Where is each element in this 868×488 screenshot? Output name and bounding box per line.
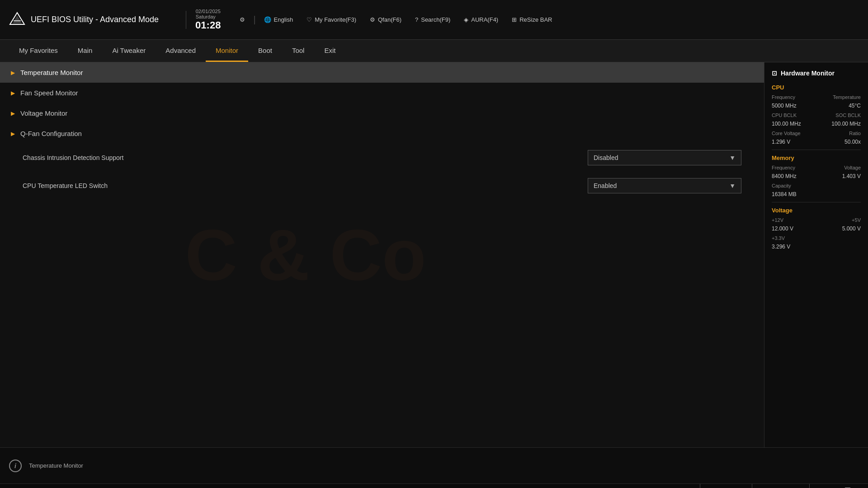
- globe-icon: 🌐: [264, 16, 271, 23]
- asus-logo: [9, 12, 25, 28]
- chassis-intrusion-label: Chassis Intrusion Detection Support: [23, 154, 588, 161]
- cpu-temp-led-dropdown[interactable]: Enabled ▼: [588, 178, 741, 193]
- toolbar-my-favorite[interactable]: ♡ My Favorite(F3): [301, 14, 362, 26]
- cpu-section-title: CPU: [772, 84, 861, 91]
- cpu-freq-val-row: 5000 MHz 45°C: [772, 103, 861, 109]
- cpu-temp-led-label: CPU Temperature LED Switch: [23, 182, 588, 189]
- mem-freq-val-row: 8400 MHz 1.403 V: [772, 173, 861, 179]
- chassis-intrusion-dropdown[interactable]: Disabled ▼: [588, 150, 741, 165]
- dropdown-arrow-2: ▼: [729, 182, 736, 189]
- mem-volt-label: Voltage: [844, 165, 861, 170]
- date-display: 02/01/2025Saturday: [196, 9, 221, 19]
- mem-cap-row: Capacity: [772, 183, 861, 188]
- menu-voltage-monitor[interactable]: ▶ Voltage Monitor: [0, 103, 764, 123]
- header: UEFI BIOS Utility - Advanced Mode 02/01/…: [0, 0, 868, 40]
- settings-icon: ⚙: [240, 16, 245, 23]
- toolbar-aura[interactable]: ◈ AURA(F4): [458, 14, 504, 26]
- voltage-section-title: Voltage: [772, 207, 861, 214]
- cpu-volt-val-row: 1.296 V 50.00x: [772, 139, 861, 145]
- cpu-bclk-val: 100.00 MHz: [772, 121, 801, 127]
- toolbar-sep-1: |: [253, 14, 255, 25]
- menu-qfan-configuration[interactable]: ▶ Q-Fan Configuration: [0, 123, 764, 144]
- memory-section-title: Memory: [772, 155, 861, 161]
- toolbar-settings[interactable]: ⚙: [234, 14, 250, 26]
- toolbar: ⚙ | 🌐 English ♡ My Favorite(F3) ⚙ Qfan(F…: [234, 14, 859, 26]
- svg-marker-1: [13, 15, 22, 23]
- footer-buttons: Q-Dashboard(Insert) Last Modified EzMode…: [0, 484, 868, 488]
- volt-12-row: +12V +5V: [772, 217, 861, 223]
- core-volt-label: Core Voltage: [772, 131, 801, 136]
- menu-temperature-monitor[interactable]: ▶ Temperature Monitor: [0, 62, 764, 83]
- nav-main[interactable]: Main: [68, 40, 103, 62]
- volt-12-val-row: 12.000 V 5.000 V: [772, 225, 861, 232]
- setting-row-cpu-led: CPU Temperature LED Switch Enabled ▼: [0, 172, 764, 200]
- info-icon: i: [9, 460, 22, 472]
- qfan-icon: ⚙: [370, 16, 375, 23]
- arrow-icon-4: ▶: [11, 131, 15, 137]
- mem-cap-val: 16384 MB: [772, 191, 797, 197]
- datetime: 02/01/2025Saturday 01:28: [195, 9, 221, 31]
- volt-33-val-row: 3.296 V: [772, 244, 861, 250]
- dropdown-arrow-1: ▼: [729, 154, 736, 161]
- nav-bar: My Favorites Main Ai Tweaker Advanced Mo…: [0, 40, 868, 62]
- toolbar-english[interactable]: 🌐 English: [259, 14, 299, 26]
- ratio-val: 50.00x: [844, 139, 861, 145]
- mem-cap-val-row: 16384 MB: [772, 191, 861, 197]
- nav-advanced[interactable]: Advanced: [156, 40, 206, 62]
- ratio-label: Ratio: [849, 131, 861, 136]
- nav-boot[interactable]: Boot: [248, 40, 282, 62]
- content-area: C & Co ▶ Temperature Monitor ▶ Fan Speed…: [0, 62, 764, 447]
- arrow-icon-3: ▶: [11, 110, 15, 117]
- watermark: C & Co: [185, 213, 426, 296]
- panel-title: ⊡ Hardware Monitor: [772, 70, 861, 77]
- info-text: Temperature Monitor: [29, 462, 83, 469]
- setting-row-chassis: Chassis Intrusion Detection Support Disa…: [0, 144, 764, 172]
- cpu-volt-row: Core Voltage Ratio: [772, 131, 861, 136]
- nav-my-favorites[interactable]: My Favorites: [9, 40, 68, 62]
- toolbar-search[interactable]: ? Search(F9): [410, 14, 456, 26]
- footer-wrapper: Q-Dashboard(Insert) Last Modified EzMode…: [0, 483, 868, 488]
- toolbar-qfan[interactable]: ⚙ Qfan(F6): [364, 14, 407, 26]
- toolbar-resize-bar[interactable]: ⊞ ReSize BAR: [506, 14, 557, 26]
- cpu-divider: [772, 150, 861, 150]
- footer-last-modified[interactable]: Last Modified: [700, 484, 752, 488]
- footer-hot-keys[interactable]: Hot Keys ?: [810, 484, 859, 488]
- search-icon: ?: [415, 16, 418, 23]
- core-volt-val: 1.296 V: [772, 139, 790, 145]
- cpu-bclk-val-row: 100.00 MHz 100.00 MHz: [772, 121, 861, 127]
- cpu-bclk-label: CPU BCLK: [772, 113, 797, 118]
- nav-monitor[interactable]: Monitor: [206, 40, 248, 62]
- header-divider: [186, 11, 186, 29]
- footer-ez-mode[interactable]: EzMode(F7) →: [752, 484, 810, 488]
- arrow-icon-2: ▶: [11, 90, 15, 96]
- hardware-monitor-icon: ⊡: [772, 70, 777, 77]
- footer: Q-Dashboard(Insert) Last Modified EzMode…: [0, 483, 868, 488]
- v33-val: 3.296 V: [772, 244, 790, 250]
- volt-33-row: +3.3V: [772, 235, 861, 241]
- v33-label: +3.3V: [772, 235, 785, 241]
- cpu-temp-label: Temperature: [833, 94, 861, 100]
- aura-icon: ◈: [464, 16, 468, 23]
- mem-freq-label: Frequency: [772, 165, 795, 170]
- memory-divider: [772, 202, 861, 202]
- cpu-freq-row: Frequency Temperature: [772, 94, 861, 100]
- resize-icon: ⊞: [512, 16, 517, 23]
- footer-q-dashboard[interactable]: Q-Dashboard(Insert): [630, 484, 700, 488]
- arrow-icon: ▶: [11, 70, 15, 76]
- v12-val: 12.000 V: [772, 225, 793, 232]
- nav-tool[interactable]: Tool: [282, 40, 315, 62]
- soc-bclk-val: 100.00 MHz: [831, 121, 861, 127]
- right-panel: ⊡ Hardware Monitor CPU Frequency Tempera…: [764, 62, 868, 447]
- v12-label: +12V: [772, 217, 783, 223]
- menu-fan-speed-monitor[interactable]: ▶ Fan Speed Monitor: [0, 83, 764, 103]
- favorite-icon: ♡: [307, 16, 312, 23]
- cpu-temp-val: 45°C: [849, 103, 861, 109]
- mem-freq-row: Frequency Voltage: [772, 165, 861, 170]
- nav-exit[interactable]: Exit: [314, 40, 345, 62]
- nav-ai-tweaker[interactable]: Ai Tweaker: [102, 40, 156, 62]
- cpu-bclk-row: CPU BCLK SOC BCLK: [772, 113, 861, 118]
- bios-title: UEFI BIOS Utility - Advanced Mode: [31, 15, 159, 24]
- mem-cap-label: Capacity: [772, 183, 791, 188]
- v5-val: 5.000 V: [842, 225, 861, 232]
- v5-label: +5V: [852, 217, 861, 223]
